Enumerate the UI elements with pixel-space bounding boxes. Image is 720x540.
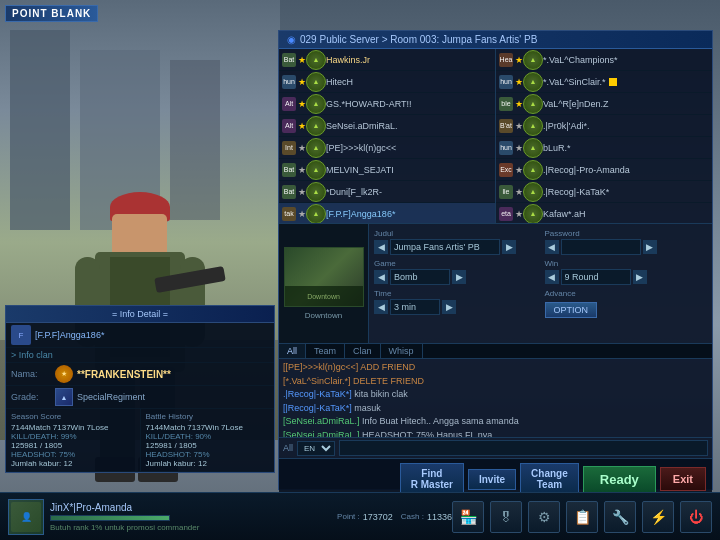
inventory-icon[interactable]: 📋 bbox=[566, 501, 598, 533]
win-input[interactable] bbox=[561, 269, 631, 285]
star-icon: ★ bbox=[298, 209, 306, 219]
time-input[interactable] bbox=[390, 299, 440, 315]
season-score-col: Season Score 7144Match 7137Win 7Lose KIL… bbox=[6, 409, 141, 471]
room-info-section: Downtown Downtown Judul ◀ ▶ Password bbox=[279, 224, 712, 344]
chat-message: [SeNsei.aDmiRaL.] Info Buat Hitech.. Ang… bbox=[283, 415, 708, 429]
list-item[interactable]: hun ★ ▲ HitecH bbox=[279, 71, 495, 93]
list-item[interactable]: ble ★ ▲ VaL^R[e]nDen.Z bbox=[496, 93, 712, 115]
player-name: [PE]>>>kl(n)gc<< bbox=[326, 143, 396, 153]
tab-whisp[interactable]: Whisp bbox=[381, 344, 423, 358]
player-name-value: **FRANKENSTEIN** bbox=[77, 369, 171, 380]
room-title-input[interactable] bbox=[390, 239, 500, 255]
game-input[interactable] bbox=[390, 269, 450, 285]
option-button[interactable]: OPTION bbox=[545, 302, 598, 318]
tab-all[interactable]: All bbox=[279, 344, 306, 358]
stat-match-right: 7144Match 7137Win 7Lose bbox=[146, 423, 270, 432]
star-icon: ★ bbox=[515, 55, 523, 65]
star-icon: ★ bbox=[298, 77, 306, 87]
game-prev[interactable]: ◀ bbox=[374, 270, 388, 284]
list-item[interactable]: hun ★ ▲ bLuR.* bbox=[496, 137, 712, 159]
cash-value: 11336 bbox=[427, 512, 452, 522]
player-level: ▲ bbox=[523, 116, 543, 136]
badge-battle2: Bat bbox=[282, 163, 296, 177]
point-display: Point : 173702 bbox=[337, 512, 393, 522]
win-next[interactable]: ▶ bbox=[633, 270, 647, 284]
power-icon[interactable]: ⏻ bbox=[680, 501, 712, 533]
list-item[interactable]: B'at ★ ▲ .|Pr0k|'Adi*. bbox=[496, 115, 712, 137]
list-item[interactable]: Bat ★ ▲ *Duni[F_lk2R- bbox=[279, 181, 495, 203]
map-name-label: Downtown bbox=[305, 311, 342, 320]
battle-history-col: Battle History 7144Match 7137Win 7Lose K… bbox=[141, 409, 275, 471]
player-name: MELVIN_SEJATI bbox=[326, 165, 394, 175]
password-input[interactable] bbox=[561, 239, 641, 255]
quick-icon[interactable]: ⚡ bbox=[642, 501, 674, 533]
tab-clan[interactable]: Clan bbox=[345, 344, 381, 358]
player-level: ▲ bbox=[523, 94, 543, 114]
app-logo: POINT BLANK bbox=[5, 5, 98, 22]
ready-button[interactable]: Ready bbox=[583, 466, 656, 493]
player-name: .|Recog|-KaTaK* bbox=[543, 187, 609, 197]
win-label: Win bbox=[545, 259, 708, 268]
stat-hs-left: HEADSHOT: 75% bbox=[11, 450, 135, 459]
list-item[interactable]: Bat ★ ▲ MELVIN_SEJATI bbox=[279, 159, 495, 181]
player-avatar: 👤 bbox=[8, 499, 44, 535]
battle-history-label: Battle History bbox=[146, 412, 270, 421]
chat-all-label: All bbox=[283, 443, 293, 453]
player-bar-info: JinX*|Pro-Amanda Butuh rank 1% untuk pro… bbox=[50, 502, 199, 532]
change-team-button[interactable]: ChangeTeam bbox=[520, 463, 579, 495]
player-tag: [F.P.F]Angga186* bbox=[35, 330, 104, 340]
password-prev[interactable]: ◀ bbox=[545, 240, 559, 254]
badge-hunt2: hun bbox=[499, 75, 513, 89]
list-item[interactable]: tak ★ ▲ [F.P.F]Angga186* bbox=[279, 203, 495, 223]
shop-icon[interactable]: 🏪 bbox=[452, 501, 484, 533]
time-next[interactable]: ▶ bbox=[442, 300, 456, 314]
room-title-prev[interactable]: ◀ bbox=[374, 240, 388, 254]
list-item[interactable]: Alt ★ ▲ SeNsei.aDmiRaL. bbox=[279, 115, 495, 137]
game-next[interactable]: ▶ bbox=[452, 270, 466, 284]
medal-icon[interactable]: 🎖 bbox=[490, 501, 522, 533]
list-item[interactable]: Bat ★ ▲ Hawkins.Jr bbox=[279, 49, 495, 71]
list-item[interactable]: Alt ★ ▲ GS.*HOWARD-ART!! bbox=[279, 93, 495, 115]
clan-label: > Info clan bbox=[11, 350, 53, 360]
badge-alta2: Alt bbox=[282, 119, 296, 133]
chat-section: All Team Clan Whisp [[PE]>>>kl(n)gc<<] A… bbox=[279, 344, 712, 459]
player-level: ▲ bbox=[523, 182, 543, 202]
badge-battle: Bat bbox=[282, 53, 296, 67]
player-name: bLuR.* bbox=[543, 143, 571, 153]
player-name: SeNsei.aDmiRaL. bbox=[326, 121, 398, 131]
tab-team[interactable]: Team bbox=[306, 344, 345, 358]
password-next[interactable]: ▶ bbox=[643, 240, 657, 254]
star-icon: ★ bbox=[515, 165, 523, 175]
password-label: Password bbox=[545, 229, 708, 238]
find-master-button[interactable]: FindR Master bbox=[400, 463, 464, 495]
info-detail-panel: = Info Detail = F [F.P.F]Angga186* > Inf… bbox=[5, 305, 275, 473]
info-player-row: F [F.P.F]Angga186* bbox=[6, 323, 274, 348]
grade-label: Grade: bbox=[11, 392, 51, 402]
exit-button[interactable]: Exit bbox=[660, 467, 706, 491]
grade-icon: ▲ bbox=[55, 388, 73, 406]
player-level: ▲ bbox=[306, 138, 326, 158]
list-item[interactable]: eta ★ ▲ Kafaw*.aH bbox=[496, 203, 712, 223]
list-item[interactable]: Exc ★ ▲ .|Recog|-Pro-Amanda bbox=[496, 159, 712, 181]
player-level: ▲ bbox=[523, 160, 543, 180]
chat-input[interactable] bbox=[339, 440, 708, 456]
list-item[interactable]: Int ★ ▲ [PE]>>>kl(n)gc<< bbox=[279, 137, 495, 159]
time-prev[interactable]: ◀ bbox=[374, 300, 388, 314]
room-title-next[interactable]: ▶ bbox=[502, 240, 516, 254]
cash-display: Cash : 11336 bbox=[401, 512, 452, 522]
settings-icon[interactable]: ⚙ bbox=[528, 501, 560, 533]
chat-lang-select[interactable]: EN bbox=[297, 441, 335, 456]
tools-icon[interactable]: 🔧 bbox=[604, 501, 636, 533]
player-level: ▲ bbox=[523, 50, 543, 70]
server-bar: ◉ 029 Public Server > Room 003: Jumpa Fa… bbox=[279, 31, 712, 49]
stat-kd-right: KILL/DEATH: 90% bbox=[146, 432, 270, 441]
chat-message: [SeNsei.aDmiRaL.] HEADSHOT: 75% Hapus FL… bbox=[283, 429, 708, 438]
list-item[interactable]: Hea ★ ▲ *.VaL^Champions* bbox=[496, 49, 712, 71]
star-icon: ★ bbox=[515, 187, 523, 197]
chat-message: [|Recog|-KaTaK*] masuk bbox=[283, 402, 708, 416]
stat-kd-left: KILL/DEATH: 99% bbox=[11, 432, 135, 441]
win-prev[interactable]: ◀ bbox=[545, 270, 559, 284]
list-item[interactable]: lle ★ ▲ .|Recog|-KaTaK* bbox=[496, 181, 712, 203]
list-item[interactable]: hun ★ ▲ *.VaL^SinClair.* bbox=[496, 71, 712, 93]
invite-button[interactable]: Invite bbox=[468, 469, 516, 490]
